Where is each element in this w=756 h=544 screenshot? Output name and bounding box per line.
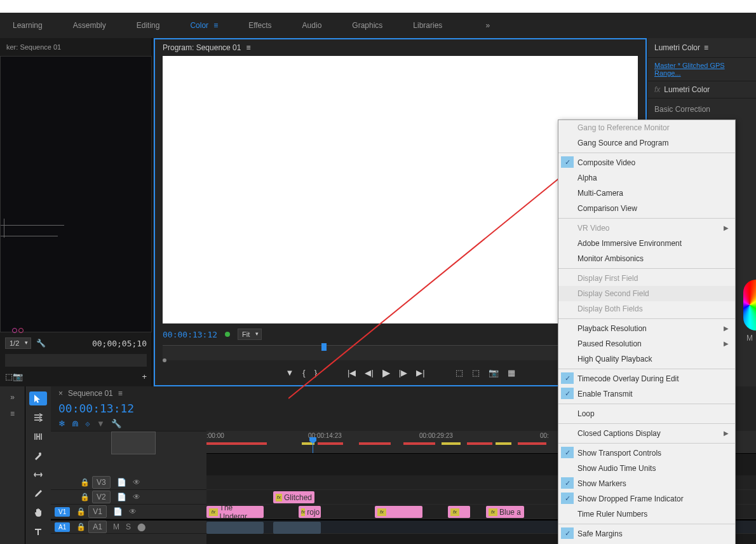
menu-second-field: Display Second Field — [558, 286, 735, 301]
fit-dropdown[interactable]: Fit — [238, 329, 262, 340]
step-forward-icon[interactable]: |▶ — [399, 368, 407, 377]
toggle-output-icon[interactable]: 📄 — [113, 507, 123, 516]
expand-icon[interactable]: » — [10, 393, 15, 402]
playhead[interactable] — [313, 437, 313, 453]
mute-icon[interactable]: M — [113, 522, 119, 531]
menu-immersive[interactable]: Adobe Immersive Environment — [558, 236, 735, 251]
toggle-output-icon[interactable]: 📄 — [117, 478, 126, 487]
camera-icon[interactable]: 📷 — [13, 372, 23, 381]
tab-color[interactable]: Color≡ — [190, 13, 218, 37]
lock-icon[interactable]: 🔒 — [76, 507, 86, 516]
eye-icon[interactable]: 👁 — [133, 478, 140, 487]
play-icon[interactable]: ▶ — [382, 367, 390, 379]
list-icon[interactable]: ≡ — [10, 409, 15, 418]
export-frame-icon[interactable]: 📷 — [489, 368, 499, 377]
marker-add-icon[interactable]: ▼ — [97, 419, 105, 428]
tab-graphics[interactable]: Graphics — [352, 13, 382, 37]
toggle-output-icon[interactable]: 📄 — [117, 493, 126, 501]
track-v2-header[interactable]: 🔒 V2 📄👁 — [51, 490, 206, 505]
clip-rojo[interactable]: fxrojo — [299, 506, 321, 518]
audio-clip2[interactable] — [273, 522, 321, 534]
magnet-icon[interactable]: ⋒ — [72, 419, 79, 428]
snap-icon[interactable]: ❄ — [58, 419, 65, 428]
panel-menu-icon[interactable]: ≡ — [246, 43, 250, 52]
lock-icon[interactable]: 🔒 — [80, 493, 90, 501]
menu-ruler-nums[interactable]: Time Ruler Numbers — [558, 507, 735, 522]
record-icon[interactable]: ⬤ — [137, 522, 145, 531]
tab-menu-icon[interactable]: ≡ — [118, 389, 123, 398]
clip-generic2[interactable]: fx — [448, 506, 470, 518]
track-select-tool[interactable] — [29, 411, 47, 425]
source-ruler[interactable] — [5, 354, 147, 367]
add-icon[interactable]: + — [142, 372, 147, 381]
source-viewer[interactable] — [0, 56, 152, 332]
tab-assembly[interactable]: Assembly — [73, 13, 106, 37]
program-playhead[interactable] — [321, 343, 327, 351]
comparison-icon[interactable]: ▦ — [508, 368, 515, 377]
out-point-icon[interactable]: } — [314, 368, 317, 377]
menu-comparison-view[interactable]: Comparison View — [558, 201, 735, 216]
in-point-icon[interactable]: { — [302, 368, 305, 377]
solo-icon[interactable]: S — [126, 522, 131, 531]
menu-alpha[interactable]: Alpha — [558, 170, 735, 186]
tab-audio[interactable]: Audio — [302, 13, 322, 37]
basic-correction-section[interactable]: Basic Correction — [648, 99, 756, 120]
menu-transport[interactable]: ✓Show Transport Controls — [558, 445, 735, 461]
source-zoom-dropdown[interactable]: 1/2 — [5, 337, 31, 349]
clip-generic1[interactable]: fx — [375, 506, 422, 518]
ripple-edit-tool[interactable] — [29, 430, 47, 444]
slip-tool[interactable] — [29, 468, 47, 482]
tab-effects[interactable]: Effects — [248, 13, 271, 37]
menu-playback-res[interactable]: Playback Resolution▶ — [558, 321, 735, 336]
menu-composite-video[interactable]: ✓Composite Video — [558, 155, 735, 170]
lift-icon[interactable]: ⬚ — [456, 368, 463, 377]
color-wheel[interactable] — [743, 280, 756, 330]
type-tool[interactable] — [29, 525, 47, 539]
menu-loop[interactable]: Loop — [558, 406, 735, 421]
lock-icon[interactable]: 🔒 — [76, 522, 86, 531]
insert-icon[interactable]: ⬚ — [5, 372, 13, 381]
menu-audio-time[interactable]: Show Audio Time Units — [558, 461, 735, 476]
menu-dropped[interactable]: ✓Show Dropped Frame Indicator — [558, 491, 735, 507]
linked-selection-icon[interactable]: ⟐ — [85, 419, 90, 428]
clip-undergr[interactable]: fxThe Undergr — [206, 506, 264, 518]
program-timecode[interactable]: 00:00:13:12 — [163, 330, 217, 339]
menu-tc-overlay[interactable]: ✓Timecode Overlay During Edit — [558, 371, 735, 386]
track-v3-header[interactable]: 🔒 V3 📄👁 — [51, 475, 206, 490]
settings-icon[interactable]: 🔧 — [36, 339, 46, 348]
timeline-settings-icon[interactable]: 🔧 — [111, 419, 121, 428]
clip-glitched[interactable]: fxGlitched — [273, 491, 314, 503]
marker-icon[interactable]: ▼ — [285, 368, 294, 377]
panel-menu-icon[interactable]: ≡ — [704, 43, 708, 52]
clip-blue[interactable]: fxBlue a — [486, 506, 524, 518]
menu-paused-res[interactable]: Paused Resolution▶ — [558, 336, 735, 351]
step-back-icon[interactable]: ◀| — [365, 368, 373, 377]
menu-markers[interactable]: ✓Show Markers — [558, 476, 735, 491]
go-to-in-icon[interactable]: |◀ — [348, 368, 356, 377]
menu-multi-camera[interactable]: Multi-Camera — [558, 186, 735, 201]
razor-tool[interactable] — [29, 449, 47, 463]
lock-icon[interactable]: 🔒 — [80, 478, 90, 487]
pen-tool[interactable] — [29, 487, 47, 501]
menu-gang-source[interactable]: Gang Source and Program — [558, 135, 735, 151]
menu-transmit[interactable]: ✓Enable Transmit — [558, 386, 735, 402]
more-workspaces-icon[interactable]: » — [485, 21, 490, 30]
menu-hq-playback[interactable]: High Quality Playback — [558, 351, 735, 367]
menu-ambisonics[interactable]: Monitor Ambisonics — [558, 251, 735, 266]
tab-learning[interactable]: Learning — [13, 13, 43, 37]
eye-icon[interactable]: 👁 — [129, 507, 137, 516]
selection-tool[interactable] — [29, 391, 47, 405]
tab-editing[interactable]: Editing — [137, 13, 160, 37]
master-clip-link[interactable]: Master * Glitched GPS Range... — [648, 58, 756, 81]
tab-libraries[interactable]: Libraries — [413, 13, 442, 37]
hand-tool[interactable] — [29, 506, 47, 520]
sequence-tab[interactable]: Sequence 01 — [68, 389, 113, 398]
audio-clip1[interactable] — [206, 522, 264, 534]
extract-icon[interactable]: ⬚ — [472, 368, 480, 377]
menu-safe-margins[interactable]: ✓Safe Margins — [558, 526, 735, 541]
track-a1-header[interactable]: A1 🔒 A1 MS⬤ — [51, 519, 206, 534]
go-to-out-icon[interactable]: ▶| — [416, 368, 424, 377]
menu-cc-display[interactable]: Closed Captions Display▶ — [558, 426, 735, 441]
eye-icon[interactable]: 👁 — [133, 493, 140, 501]
track-v1-header[interactable]: V1 🔒 V1 📄👁 — [51, 505, 206, 519]
